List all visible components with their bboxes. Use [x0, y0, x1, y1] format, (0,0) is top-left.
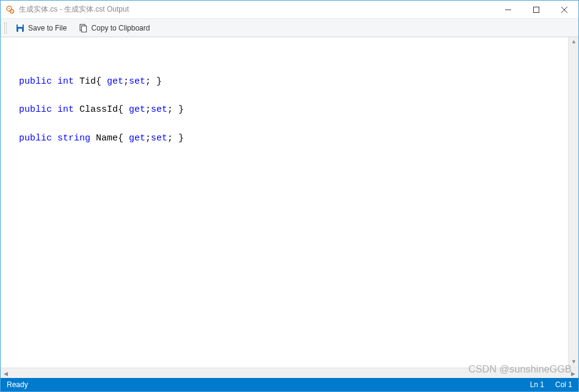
- app-icon: [5, 5, 15, 15]
- status-col: Col 1: [555, 380, 572, 389]
- vertical-scrollbar[interactable]: ▲ ▼: [568, 37, 578, 368]
- svg-rect-12: [82, 26, 87, 32]
- horizontal-scrollbar[interactable]: ◀ ▶: [1, 368, 578, 378]
- svg-rect-5: [534, 7, 539, 12]
- svg-rect-9: [18, 24, 23, 27]
- scroll-down-icon[interactable]: ▼: [569, 357, 578, 368]
- titlebar: 生成实体.cs - 生成实体.cst Output: [1, 1, 578, 19]
- code-line: public string Name{ get;set; }: [19, 131, 572, 145]
- code-blank-line: [19, 117, 572, 131]
- code-line: public int Tid{ get;set; }: [19, 74, 572, 89]
- svg-point-2: [9, 8, 10, 9]
- scroll-right-icon[interactable]: ▶: [568, 368, 578, 378]
- copy-icon: [79, 24, 87, 32]
- scroll-up-icon[interactable]: ▲: [569, 37, 578, 48]
- toolbar: Save to File Copy to Clipboard: [1, 19, 578, 37]
- save-to-file-button[interactable]: Save to File: [10, 21, 72, 35]
- svg-point-3: [12, 10, 13, 12]
- copy-label: Copy to Clipboard: [91, 24, 150, 32]
- maximize-button[interactable]: [522, 1, 550, 18]
- code-line: public int ClassId{ get;set; }: [19, 103, 572, 117]
- window-title: 生成实体.cs - 生成实体.cst Output: [19, 4, 129, 15]
- save-icon: [16, 24, 24, 32]
- status-ready: Ready: [7, 380, 519, 389]
- statusbar: Ready Ln 1 Col 1: [1, 378, 578, 391]
- content-area: public int Tid{ get;set; }public int Cla…: [1, 37, 578, 378]
- save-label: Save to File: [28, 24, 67, 32]
- svg-rect-10: [18, 29, 22, 32]
- close-button[interactable]: [550, 1, 578, 18]
- window-controls: [494, 1, 578, 18]
- toolbar-grip[interactable]: [4, 23, 7, 34]
- copy-to-clipboard-button[interactable]: Copy to Clipboard: [73, 21, 155, 35]
- code-blank-line: [19, 89, 572, 103]
- minimize-button[interactable]: [494, 1, 522, 18]
- status-line: Ln 1: [530, 380, 544, 389]
- code-editor[interactable]: public int Tid{ get;set; }public int Cla…: [1, 37, 578, 368]
- scroll-left-icon[interactable]: ◀: [1, 368, 11, 378]
